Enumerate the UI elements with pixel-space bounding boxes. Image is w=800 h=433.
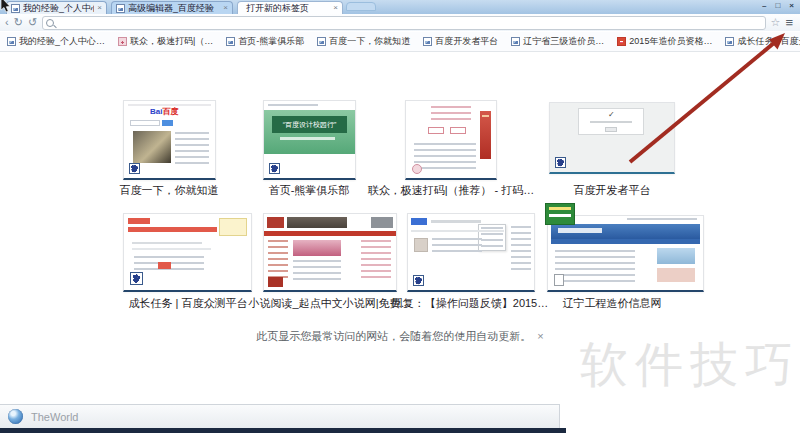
bookmark-star-icon[interactable]: ☆ [771, 16, 781, 29]
tile-caption[interactable]: 百度开发者平台 [574, 183, 651, 198]
globe-icon [8, 409, 23, 424]
notice-close-icon[interactable]: × [537, 330, 543, 342]
title-bar: 我的经验_个人中心_百度.. × 高级编辑器_百度经验 × 打开新的标签页 × … [0, 0, 800, 15]
bookmark-label: 2015年造价员资格… [629, 35, 712, 48]
red-favicon-icon [617, 37, 626, 46]
tile-caption[interactable]: 联众，极速打码|（推荐） - 打码… [368, 183, 535, 198]
most-visited-notice: 此页显示您最常访问的网站，会随着您的使用自动更新。× [0, 329, 800, 344]
tab-new-tab-page[interactable]: 打开新的标签页 × [237, 1, 343, 14]
image-favicon-icon [511, 37, 520, 46]
tile-caption[interactable]: 辽宁工程造价信息网 [563, 296, 662, 311]
search-icon [46, 19, 54, 27]
tab-my-experience[interactable]: 我的经验_个人中心_百度.. × [6, 1, 107, 14]
bookmark-label: 百度开发者平台 [435, 35, 498, 48]
image-favicon-icon [423, 37, 432, 46]
baidu-paw-icon [413, 275, 424, 286]
image-favicon-icon [116, 4, 125, 13]
baidu-paw-icon [555, 157, 566, 168]
thumbnail-qidian-novel[interactable] [263, 213, 397, 292]
refresh-icon[interactable]: ↻ [14, 17, 23, 28]
bookmark-2015-zaojiayuan[interactable]: 2015年造价员资格… [617, 35, 712, 48]
bookmark-my-experience[interactable]: 我的经验_个人中心… [7, 35, 105, 48]
tab-title: 高级编辑器_百度经验 [128, 2, 220, 15]
window-bottom-edge [0, 428, 566, 433]
thumbnail-baidu-zhongce[interactable] [123, 213, 252, 292]
image-favicon-icon [226, 37, 235, 46]
tab-title: 打开新的标签页 [242, 2, 330, 15]
ad-overlay [545, 203, 575, 225]
bookmark-label: 首页-熊掌俱乐部 [238, 35, 304, 48]
menu-hamburger-icon[interactable]: ≡ [785, 16, 793, 29]
thumbnail-baidu-home[interactable]: Bai百度 [123, 100, 216, 180]
minimize-icon[interactable]: – [762, 1, 766, 11]
thumbnail-baidu-developer[interactable]: ✓ [549, 102, 675, 174]
notice-text: 此页显示您最常访问的网站，会随着您的使用自动更新。 [256, 330, 531, 342]
status-bar: TheWorld [0, 404, 560, 428]
new-tab-button[interactable] [346, 2, 376, 11]
image-favicon-icon [11, 4, 20, 13]
tab-close-icon[interactable]: × [223, 4, 228, 12]
image-favicon-icon [317, 37, 326, 46]
undo-icon[interactable]: ↺ [28, 17, 37, 28]
bookmark-label: 联众，极速打码|（… [130, 35, 213, 48]
toolbar: ‹ ↻ ↺ ☆ ≡ [0, 14, 800, 31]
browser-brand: TheWorld [31, 411, 78, 423]
image-favicon-icon [725, 37, 734, 46]
bookmark-xiongzhang-club[interactable]: 首页-熊掌俱乐部 [226, 35, 304, 48]
thumbnail-tieba-reply[interactable] [407, 213, 535, 292]
bookmark-baidu-developer[interactable]: 百度开发者平台 [423, 35, 498, 48]
tile-caption[interactable]: 百度一下，你就知道 [120, 183, 219, 198]
baidu-paw-icon [130, 272, 143, 285]
pink-favicon-icon [118, 37, 127, 46]
bookmark-zhongce-task[interactable]: 成长任务 | 百度众… [725, 35, 800, 48]
bookmarks-overflow-chevron-icon[interactable]: » [790, 37, 795, 47]
tab-title: 我的经验_个人中心_百度.. [23, 2, 94, 15]
bookmark-liaoning-sanji[interactable]: 辽宁省三级造价员… [511, 35, 604, 48]
bookmark-label: 百度一下，你就知道 [329, 35, 410, 48]
baidu-paw-icon [269, 163, 280, 174]
address-bar[interactable] [42, 16, 765, 30]
back-icon[interactable]: ‹ [5, 17, 9, 28]
window-controls: – □ × [762, 1, 794, 11]
thumbnail-xiongzhang-club[interactable]: “百度设计校园行” [263, 100, 356, 180]
tile-caption[interactable]: 成长任务 | 百度众测平台 [129, 296, 248, 311]
bookmark-label: 我的经验_个人中心… [19, 35, 105, 48]
baidu-paw-icon [129, 163, 140, 174]
close-icon[interactable]: × [789, 1, 794, 11]
bookmark-lianzhong[interactable]: 联众，极速打码|（… [118, 35, 213, 48]
tile-caption[interactable]: 首页-熊掌俱乐部 [269, 183, 350, 198]
address-input[interactable] [57, 18, 761, 28]
bookmark-label: 辽宁省三级造价员… [523, 35, 604, 48]
bookmark-baidu[interactable]: 百度一下，你就知道 [317, 35, 410, 48]
tile-caption[interactable]: 小说阅读_起点中文小说网|免费… [249, 296, 412, 311]
image-favicon-icon [7, 37, 16, 46]
new-tab-page: Bai百度 “百度设计校园行” ✓ 百度一下，你就知道 首页-熊掌俱乐部 联众，… [0, 53, 800, 433]
tab-close-icon[interactable]: × [333, 4, 338, 12]
maximize-icon[interactable]: □ [775, 1, 780, 11]
bookmarks-bar: 我的经验_个人中心… 联众，极速打码|（… 首页-熊掌俱乐部 百度一下，你就知道… [0, 32, 800, 52]
tile-caption[interactable]: 回复：【操作问题反馈】2015… [392, 296, 548, 311]
tab-advanced-editor[interactable]: 高级编辑器_百度经验 × [111, 1, 233, 14]
banner-text: “百度设计校园行” [272, 116, 347, 133]
tab-close-icon[interactable]: × [97, 4, 102, 12]
thumbnail-lianzhong-dama[interactable] [405, 100, 497, 180]
thumbnail-liaoning-zaojia[interactable] [547, 215, 704, 292]
baidu-logo: Bai [150, 107, 162, 116]
